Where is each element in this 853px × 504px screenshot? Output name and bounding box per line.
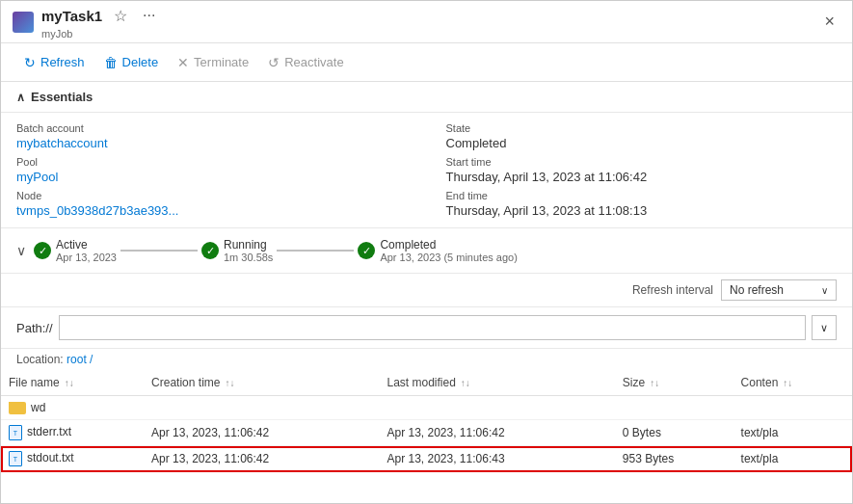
refresh-button[interactable]: ↻ Refresh [16, 51, 93, 74]
connector-1 [120, 250, 198, 252]
running-status-icon: ✓ [201, 242, 219, 259]
refresh-interval-row: Refresh interval No refresh ∨ [1, 274, 852, 307]
col-size[interactable]: Size ↑↓ [615, 370, 733, 396]
toolbar: ↻ Refresh 🗑 Delete ✕ Terminate ↺ Reactiv… [1, 43, 852, 82]
path-chevron-button[interactable]: ∨ [812, 315, 837, 340]
file-table-container: File name ↑↓ Creation time ↑↓ Last modif… [1, 370, 852, 472]
location-row: Location: root / [1, 349, 852, 370]
chevron-down-icon: ∨ [821, 285, 828, 296]
reactivate-icon: ↺ [268, 55, 280, 70]
subtitle: myJob [41, 28, 818, 40]
stage-running: ✓ Running 1m 30.58s [201, 238, 273, 263]
table-row[interactable]: Tstderr.txtApr 13, 2023, 11:06:42Apr 13,… [1, 420, 852, 446]
terminate-icon: ✕ [177, 55, 189, 70]
col-last-modified[interactable]: Last modified ↑↓ [379, 370, 614, 396]
app-icon [13, 12, 34, 33]
batch-account-field: Batch account mybatchaccount [16, 122, 408, 150]
pool-field: Pool myPool [16, 156, 408, 184]
file-icon: T [9, 425, 22, 440]
pipeline-toggle[interactable]: ∨ [16, 243, 26, 258]
stage-completed: ✓ Completed Apr 13, 2023 (5 minutes ago) [358, 238, 517, 263]
reactivate-button[interactable]: ↺ Reactivate [260, 51, 351, 74]
close-button[interactable]: × [818, 10, 840, 34]
sort-icon-creation: ↑↓ [225, 378, 234, 388]
pool-link[interactable]: myPool [16, 170, 408, 184]
essentials-body: Batch account mybatchaccount State Compl… [1, 113, 852, 228]
col-filename[interactable]: File name ↑↓ [1, 370, 144, 396]
end-time-field: End time Thursday, April 13, 2023 at 11:… [446, 190, 838, 218]
delete-icon: 🗑 [104, 55, 118, 70]
completed-status-icon: ✓ [358, 242, 375, 259]
path-row: Path:// ∨ [1, 307, 852, 349]
folder-icon [9, 402, 26, 414]
active-status-icon: ✓ [34, 242, 51, 259]
chevron-down-icon: ∨ [820, 322, 828, 334]
refresh-icon: ↻ [24, 55, 36, 70]
chevron-up-icon: ∧ [16, 91, 25, 104]
pin-button[interactable]: ☆ [110, 5, 131, 27]
table-row[interactable]: Tstdout.txtApr 13, 2023, 11:06:42Apr 13,… [1, 446, 852, 472]
delete-button[interactable]: 🗑 Delete [96, 51, 167, 74]
sort-icon-filename: ↑↓ [65, 378, 74, 388]
table-header-row: File name ↑↓ Creation time ↑↓ Last modif… [1, 370, 852, 396]
page-title: myTask1 [41, 8, 102, 24]
refresh-interval-select[interactable]: No refresh ∨ [721, 279, 837, 301]
col-creation-time[interactable]: Creation time ↑↓ [144, 370, 379, 396]
path-input[interactable] [59, 315, 806, 340]
sort-icon-content: ↑↓ [783, 378, 792, 388]
node-field: Node tvmps_0b3938d27b3ae393... [16, 190, 408, 218]
connector-2 [277, 250, 354, 252]
start-time-field: Start time Thursday, April 13, 2023 at 1… [446, 156, 838, 184]
stage-active: ✓ Active Apr 13, 2023 [34, 238, 117, 263]
sort-icon-size: ↑↓ [650, 378, 659, 388]
batch-account-link[interactable]: mybatchaccount [16, 136, 408, 150]
file-icon: T [9, 451, 22, 466]
more-button[interactable]: ··· [139, 5, 159, 26]
pipeline-bar: ∨ ✓ Active Apr 13, 2023 ✓ Running 1m 30.… [1, 228, 852, 274]
node-link[interactable]: tvmps_0b3938d27b3ae393... [16, 203, 408, 218]
title-bar: myTask1 ☆ ··· myJob × [1, 1, 852, 43]
sort-icon-modified: ↑↓ [461, 378, 470, 388]
col-content[interactable]: Conten ↑↓ [733, 370, 852, 396]
terminate-button[interactable]: ✕ Terminate [170, 51, 256, 74]
essentials-header[interactable]: ∧ Essentials [1, 82, 852, 113]
location-link[interactable]: root / [67, 353, 93, 366]
file-table: File name ↑↓ Creation time ↑↓ Last modif… [1, 370, 852, 472]
table-row[interactable]: wd [1, 396, 852, 420]
state-field: State Completed [446, 122, 838, 150]
